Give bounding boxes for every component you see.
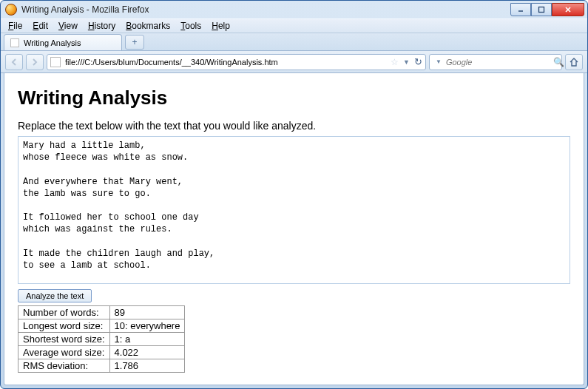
close-button[interactable] <box>552 3 584 16</box>
table-row: Shortest word size:1: a <box>18 333 185 346</box>
table-row: Longest word size:10: everywhere <box>18 319 185 333</box>
result-label: Shortest word size: <box>18 333 110 346</box>
result-label: Average word size: <box>18 346 110 359</box>
url-bar[interactable]: ☆ ▼ ↻ <box>47 54 426 70</box>
result-label: RMS deviation: <box>18 359 110 373</box>
reload-icon[interactable]: ↻ <box>414 56 422 67</box>
analyze-button[interactable]: Analyze the text <box>18 289 92 302</box>
tabbar: Writing Analysis + <box>1 33 587 51</box>
result-value: 10: everywhere <box>109 319 185 333</box>
search-bar[interactable]: ▼ 🔍 <box>429 54 562 70</box>
new-tab-button[interactable]: + <box>125 35 144 50</box>
search-input[interactable] <box>445 57 550 67</box>
page-content: Writing Analysis Replace the text below … <box>4 73 584 385</box>
instruction-text: Replace the text below with the text tha… <box>18 120 570 132</box>
result-label: Number of words: <box>18 306 110 319</box>
home-button[interactable] <box>565 54 583 70</box>
tab-label: Writing Analysis <box>24 38 81 47</box>
dropdown-icon[interactable]: ▼ <box>403 58 410 66</box>
menu-tools[interactable]: Tools <box>176 19 206 33</box>
titlebar: Writing Analysis - Mozilla Firefox <box>1 1 587 18</box>
menubar: File Edit View History Bookmarks Tools H… <box>1 18 587 33</box>
page-icon <box>50 57 61 67</box>
page-icon <box>10 38 19 47</box>
result-value: 1: a <box>109 333 185 346</box>
search-icon[interactable]: 🔍 <box>553 57 564 67</box>
menu-history[interactable]: History <box>84 19 120 33</box>
menu-file[interactable]: File <box>4 19 27 33</box>
menu-bookmarks[interactable]: Bookmarks <box>121 19 175 33</box>
star-icon[interactable]: ☆ <box>391 57 399 67</box>
firefox-window: Writing Analysis - Mozilla Firefox File … <box>0 0 588 389</box>
window-title: Writing Analysis - Mozilla Firefox <box>21 4 510 15</box>
page-heading: Writing Analysis <box>18 87 570 109</box>
svg-rect-1 <box>539 7 544 13</box>
result-value: 1.786 <box>109 359 185 373</box>
result-label: Longest word size: <box>18 319 110 333</box>
table-row: Number of words:89 <box>18 306 185 319</box>
minimize-button[interactable] <box>510 3 531 16</box>
result-value: 4.022 <box>109 346 185 359</box>
back-button[interactable] <box>5 54 23 70</box>
forward-button[interactable] <box>26 54 44 70</box>
table-row: Average word size:4.022 <box>18 346 185 359</box>
menu-view[interactable]: View <box>54 19 82 33</box>
result-value: 89 <box>109 306 185 319</box>
url-input[interactable] <box>64 57 388 67</box>
analysis-textarea[interactable] <box>18 136 570 284</box>
results-table: Number of words:89 Longest word size:10:… <box>18 305 185 373</box>
window-controls <box>510 3 584 16</box>
maximize-button[interactable] <box>531 3 552 16</box>
navbar: ☆ ▼ ↻ ▼ 🔍 <box>1 51 587 73</box>
menu-edit[interactable]: Edit <box>28 19 53 33</box>
menu-help[interactable]: Help <box>207 19 234 33</box>
dropdown-icon[interactable]: ▼ <box>436 58 442 65</box>
tab-writing-analysis[interactable]: Writing Analysis <box>4 34 122 50</box>
table-row: RMS deviation:1.786 <box>18 359 185 373</box>
firefox-icon <box>5 4 17 16</box>
